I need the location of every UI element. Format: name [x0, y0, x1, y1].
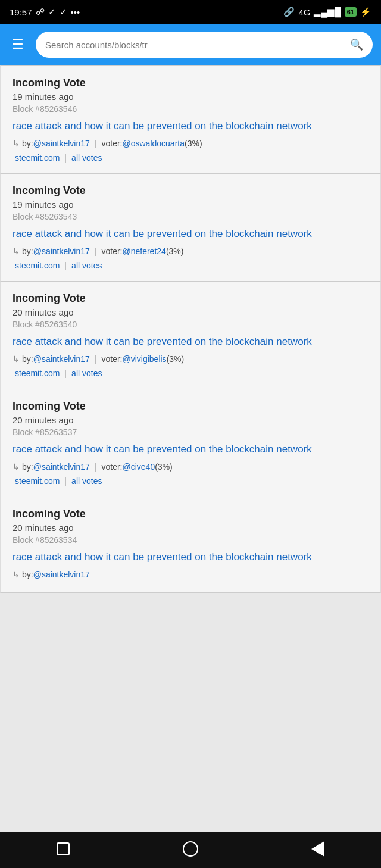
card-post-link[interactable]: race attack and how it can be prevented …	[13, 227, 368, 241]
check-icon-1: ✓	[48, 7, 56, 17]
voter-link[interactable]: @vivigibelis	[123, 354, 167, 364]
navbar: ☰ 🔍	[0, 24, 381, 65]
action-separator: |	[64, 153, 67, 163]
meta-divider: |	[95, 462, 97, 472]
meta-divider: |	[95, 139, 97, 148]
voter-link[interactable]: @oswaldocuarta	[123, 139, 185, 148]
triangle-icon	[311, 841, 324, 857]
card-actions: steemit.com | all votes	[13, 260, 368, 271]
card-post-link[interactable]: race attack and how it can be prevented …	[13, 443, 368, 456]
back-button[interactable]	[57, 842, 70, 858]
more-icon: •••	[71, 7, 80, 17]
card-type-title: Incoming Vote	[13, 400, 368, 413]
status-right: 🔗 4G ▂▄▆█ 61 ⚡	[283, 7, 371, 17]
card-block-number: Block #85263546	[13, 104, 368, 114]
card-block-number: Block #85263534	[13, 535, 368, 545]
card-time: 20 minutes ago	[13, 523, 368, 533]
card-type-title: Incoming Vote	[13, 292, 368, 305]
card-item: Incoming Vote 20 minutes ago Block #8526…	[0, 497, 381, 593]
status-left: 19:57 ☍ ✓ ✓ •••	[10, 7, 80, 17]
check-icon-2: ✓	[60, 7, 67, 17]
card-meta: ↳ by: @saintkelvin17 | voter: @vivigibel…	[13, 354, 368, 364]
card-item: Incoming Vote 20 minutes ago Block #8526…	[0, 389, 381, 497]
card-meta: ↳ by: @saintkelvin17 | voter: @oswaldocu…	[13, 139, 368, 148]
search-bar-container[interactable]: 🔍	[36, 32, 373, 58]
card-item: Incoming Vote 19 minutes ago Block #8526…	[0, 65, 381, 174]
cards-container: Incoming Vote 19 minutes ago Block #8526…	[0, 65, 381, 593]
card-actions: steemit.com | all votes	[13, 367, 368, 379]
by-label: by:	[22, 570, 33, 579]
voter-label: voter:	[101, 354, 122, 364]
recents-button[interactable]	[311, 841, 324, 859]
card-block-number: Block #85263543	[13, 212, 368, 221]
all-votes-link[interactable]: all votes	[69, 367, 104, 379]
whatsapp-icon: ☍	[36, 7, 45, 17]
all-votes-link[interactable]: all votes	[69, 260, 104, 271]
all-votes-link[interactable]: all votes	[69, 152, 104, 164]
card-type-title: Incoming Vote	[13, 508, 368, 520]
author-link[interactable]: @saintkelvin17	[33, 139, 90, 148]
steemit-link[interactable]: steemit.com	[13, 152, 62, 164]
by-label: by:	[22, 139, 33, 148]
meta-divider: |	[95, 354, 97, 364]
search-icon[interactable]: 🔍	[350, 38, 363, 51]
voter-label: voter:	[101, 462, 122, 472]
vote-percent: (3%)	[185, 139, 202, 148]
voter-label: voter:	[101, 246, 122, 256]
card-item: Incoming Vote 20 minutes ago Block #8526…	[0, 282, 381, 389]
by-label: by:	[22, 462, 33, 472]
author-link[interactable]: @saintkelvin17	[33, 246, 90, 256]
hamburger-menu-icon[interactable]: ☰	[8, 33, 27, 56]
reply-arrow-icon: ↳	[13, 139, 20, 148]
reply-arrow-icon: ↳	[13, 354, 20, 364]
card-time: 20 minutes ago	[13, 415, 368, 425]
bottom-nav	[0, 832, 381, 868]
all-votes-link[interactable]: all votes	[69, 475, 104, 487]
author-link[interactable]: @saintkelvin17	[33, 570, 90, 579]
author-link[interactable]: @saintkelvin17	[33, 462, 90, 472]
reply-arrow-icon: ↳	[13, 246, 20, 256]
home-button[interactable]	[183, 841, 198, 859]
steemit-link[interactable]: steemit.com	[13, 475, 62, 487]
voter-label: voter:	[101, 139, 122, 148]
voter-link[interactable]: @neferet24	[123, 246, 166, 256]
meta-divider: |	[95, 246, 97, 256]
card-post-link[interactable]: race attack and how it can be prevented …	[13, 120, 368, 133]
card-meta: ↳ by: @saintkelvin17 | voter: @cive40 (3…	[13, 462, 368, 472]
signal-bars-icon: ▂▄▆█	[314, 7, 341, 17]
author-link[interactable]: @saintkelvin17	[33, 354, 90, 364]
card-meta: ↳ by: @saintkelvin17	[13, 570, 368, 579]
search-input[interactable]	[45, 40, 344, 50]
card-actions: steemit.com | all votes	[13, 152, 368, 164]
card-time: 19 minutes ago	[13, 199, 368, 210]
card-time: 19 minutes ago	[13, 92, 368, 102]
battery-display: 61	[345, 7, 357, 17]
status-bar: 19:57 ☍ ✓ ✓ ••• 🔗 4G ▂▄▆█ 61 ⚡	[0, 0, 381, 24]
steemit-link[interactable]: steemit.com	[13, 260, 62, 271]
circle-icon	[183, 841, 198, 857]
reply-arrow-icon: ↳	[13, 462, 20, 472]
card-post-link[interactable]: race attack and how it can be prevented …	[13, 335, 368, 348]
voter-link[interactable]: @cive40	[123, 462, 155, 472]
vote-percent: (3%)	[155, 462, 173, 472]
card-meta: ↳ by: @saintkelvin17 | voter: @neferet24…	[13, 246, 368, 256]
by-label: by:	[22, 246, 33, 256]
card-type-title: Incoming Vote	[13, 77, 368, 89]
card-actions: steemit.com | all votes	[13, 475, 368, 487]
card-post-link[interactable]: race attack and how it can be prevented …	[13, 551, 368, 564]
card-block-number: Block #85263540	[13, 320, 368, 329]
card-type-title: Incoming Vote	[13, 185, 368, 197]
action-separator: |	[64, 476, 67, 486]
by-label: by:	[22, 354, 33, 364]
link-icon: 🔗	[283, 7, 295, 17]
vote-percent: (3%)	[167, 354, 185, 364]
steemit-link[interactable]: steemit.com	[13, 367, 62, 379]
time-display: 19:57	[10, 7, 32, 17]
action-separator: |	[64, 369, 67, 378]
signal-label: 4G	[298, 7, 310, 17]
card-block-number: Block #85263537	[13, 427, 368, 437]
action-separator: |	[64, 261, 67, 270]
square-icon	[57, 842, 70, 855]
charging-icon: ⚡	[360, 7, 371, 17]
card-item: Incoming Vote 19 minutes ago Block #8526…	[0, 174, 381, 282]
